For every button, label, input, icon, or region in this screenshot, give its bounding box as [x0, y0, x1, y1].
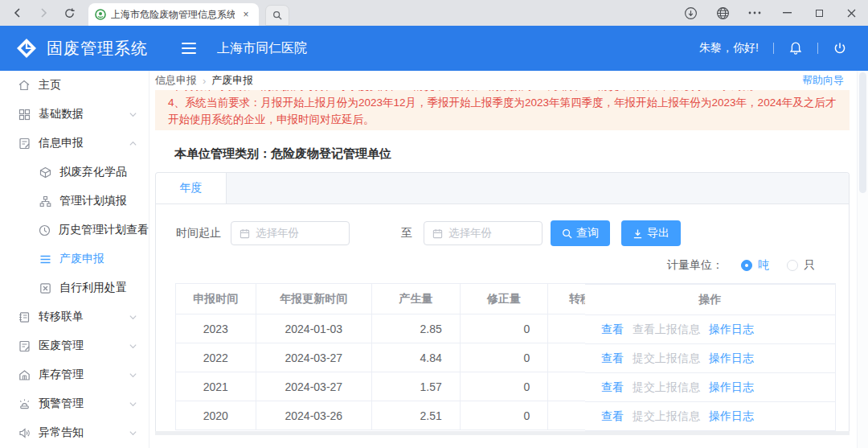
- browser-globe-icon[interactable]: [715, 6, 730, 20]
- operation-log-link[interactable]: 操作日志: [709, 380, 754, 395]
- browser-menu-icon[interactable]: [747, 6, 762, 20]
- help-guide-link[interactable]: 帮助向导: [802, 73, 844, 88]
- end-year-placeholder: 选择年份: [448, 226, 492, 240]
- sidebar-item-medical-waste[interactable]: 医废管理: [0, 331, 149, 360]
- chevron-down-icon: [129, 342, 137, 351]
- window-close-icon[interactable]: [844, 6, 858, 20]
- management-category-title: 本单位管理类别：危险废物登记管理单位: [174, 146, 868, 162]
- flow-chart-icon: [39, 195, 51, 208]
- col-report-time: 申报时间: [176, 284, 256, 314]
- unit-radio-pcs[interactable]: 只: [787, 258, 815, 273]
- sidebar-item-basic-data[interactable]: 基础数据: [0, 100, 149, 129]
- end-year-input[interactable]: 选择年份: [424, 221, 542, 245]
- sidebar-item-management-plan[interactable]: 管理计划填报: [0, 187, 149, 216]
- cell-corrected: 0: [461, 401, 549, 430]
- cell-year: 2022: [176, 343, 256, 372]
- tab-close-icon[interactable]: ×: [240, 9, 252, 20]
- declaration-panel: 年度 时间起止 选择年份 至 选择年份 查询: [155, 172, 850, 431]
- cell-produced: 2.51: [372, 401, 461, 430]
- cell-year: 2020: [176, 401, 256, 430]
- logout-power-icon[interactable]: [833, 41, 847, 55]
- sidebar-item-home[interactable]: 主页: [0, 71, 149, 100]
- home-icon: [18, 79, 31, 92]
- start-year-input[interactable]: 选择年份: [231, 221, 350, 245]
- search-button[interactable]: 查询: [551, 220, 610, 246]
- notice-banner: 3、月报、季报报送的数据为每月／每季度实际产生情况，年报报送的数据为全年实际产生…: [155, 90, 850, 130]
- sidebar-item-self-disposal[interactable]: 自行利用处置: [0, 273, 149, 302]
- main-content: 信息申报 › 产废申报 帮助向导 3、月报、季报报送的数据为每月／每季度实际产生…: [149, 71, 868, 448]
- sidebar-item-alert-management[interactable]: 预警管理: [0, 389, 149, 418]
- new-tab-search-button[interactable]: [265, 5, 289, 26]
- row-actions-2023: 查看 查看上报信息 操作日志: [585, 315, 836, 344]
- sidebar-item-transfer-manifest[interactable]: 转移联单: [0, 302, 149, 331]
- sidebar-item-info-declaration[interactable]: 信息申报: [0, 129, 149, 158]
- sidebar-item-inventory[interactable]: 库存管理: [0, 360, 149, 389]
- browser-download-icon[interactable]: [683, 6, 698, 20]
- org-name: 上海市同仁医院: [217, 40, 307, 57]
- unit-radio-ton[interactable]: 吨: [741, 258, 769, 273]
- download-icon: [633, 228, 643, 239]
- tab-bar: 年度: [156, 173, 849, 204]
- app-header: 固废管理系统 上海市同仁医院 朱黎，你好!: [0, 26, 868, 71]
- cell-year: 2023: [176, 314, 256, 343]
- app-name: 固废管理系统: [47, 38, 148, 60]
- cell-updated: 2024-03-27: [256, 343, 372, 372]
- to-label: 至: [401, 226, 412, 240]
- tab-annual[interactable]: 年度: [156, 173, 227, 203]
- row-actions-2022: 查看 提交上报信息 操作日志: [585, 344, 836, 373]
- sidebar-toggle-icon[interactable]: [182, 43, 196, 54]
- view-link[interactable]: 查看: [601, 323, 624, 337]
- calendar-icon: [240, 228, 250, 239]
- cell-updated: 2024-03-27: [256, 372, 372, 401]
- cell-produced: 4.84: [372, 343, 461, 372]
- sidebar-item-abnormal-notice[interactable]: 异常告知: [0, 418, 149, 447]
- col-corrected: 修正量: [461, 284, 549, 314]
- unit-label: 计量单位：: [667, 258, 723, 273]
- submit-report-info-link[interactable]: 提交上报信息: [633, 351, 700, 366]
- view-link[interactable]: 查看: [601, 380, 624, 395]
- sidebar-item-history-plan[interactable]: 历史管理计划查看: [0, 216, 149, 245]
- breadcrumb-current: 产废申报: [211, 73, 253, 88]
- browser-tab[interactable]: 上海市危险废物管理信息系统 ×: [88, 3, 259, 26]
- browser-forward-icon[interactable]: [34, 3, 53, 23]
- breadcrumb: 信息申报 › 产废申报 帮助向导: [149, 71, 868, 90]
- header-divider: [817, 43, 818, 54]
- window-maximize-icon[interactable]: [812, 6, 826, 20]
- app-logo-icon: [16, 38, 37, 59]
- window-minimize-icon[interactable]: [780, 6, 794, 20]
- warehouse-icon: [18, 369, 31, 381]
- col-annual-update-time: 年报更新时间: [256, 284, 372, 314]
- cube-icon: [39, 166, 51, 179]
- sidebar-item-chemicals-to-discard[interactable]: 拟废弃化学品: [0, 158, 149, 187]
- user-greeting[interactable]: 朱黎，你好!: [699, 41, 759, 55]
- scrollbar-thumb[interactable]: [859, 72, 866, 193]
- browser-bar: 上海市危险废物管理信息系统 ×: [0, 0, 868, 26]
- sidebar-item-waste-declaration[interactable]: 产废申报: [0, 245, 149, 273]
- view-report-info-link[interactable]: 查看上报信息: [633, 323, 700, 337]
- tab-title: 上海市危险废物管理信息系统: [111, 8, 235, 22]
- horizontal-scroll-track[interactable]: [155, 431, 850, 435]
- vertical-scrollbar[interactable]: [857, 71, 868, 448]
- history-clock-icon: [39, 224, 51, 236]
- box-cross-icon: [39, 282, 51, 294]
- breadcrumb-parent[interactable]: 信息申报: [155, 73, 197, 88]
- browser-refresh-icon[interactable]: [59, 3, 79, 23]
- radio-dot-icon: [741, 260, 752, 271]
- list-icon: [39, 253, 51, 265]
- submit-report-info-link[interactable]: 提交上报信息: [633, 409, 700, 424]
- notebook-icon: [18, 311, 31, 323]
- export-button[interactable]: 导出: [621, 220, 681, 246]
- submit-report-info-link[interactable]: 提交上报信息: [633, 380, 700, 395]
- operation-log-link[interactable]: 操作日志: [709, 409, 754, 424]
- browser-back-icon[interactable]: [8, 3, 27, 23]
- view-link[interactable]: 查看: [601, 351, 624, 366]
- filter-row: 时间起止 选择年份 至 选择年份 查询 导出: [156, 204, 849, 246]
- operation-log-link[interactable]: 操作日志: [709, 351, 754, 366]
- operation-log-link[interactable]: 操作日志: [709, 323, 754, 337]
- notice-line-4: 4、系统当前要求：月报开始上报月份为2023年12月，季报开始上报季度为2023…: [168, 94, 837, 128]
- notification-bell-icon[interactable]: [788, 41, 803, 55]
- col-operation: 操作: [585, 285, 836, 315]
- cell-year: 2021: [176, 372, 256, 401]
- view-link[interactable]: 查看: [601, 409, 624, 424]
- document-edit-icon: [18, 340, 31, 352]
